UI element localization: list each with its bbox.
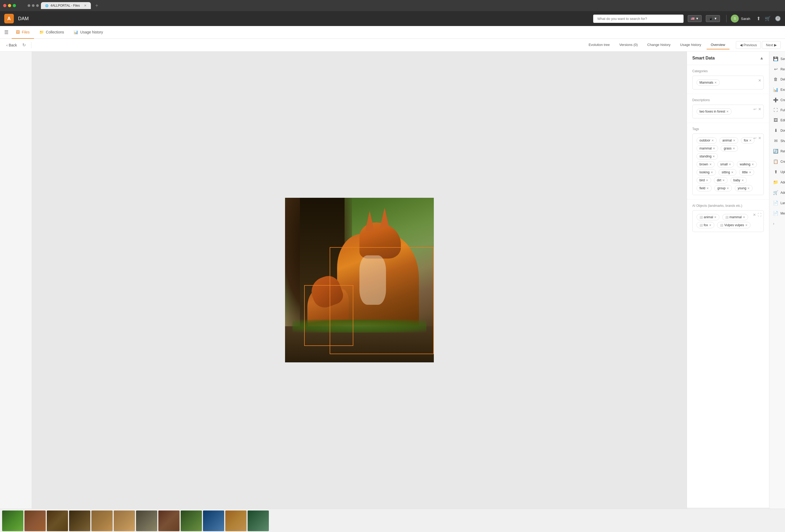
delete-action[interactable]: 🗑 Delete file	[769, 74, 785, 84]
upload-icon[interactable]: ⬆	[757, 16, 761, 22]
close-dot[interactable]	[3, 4, 6, 7]
download-action[interactable]: ⬇ Download	[769, 125, 785, 136]
browser-tab[interactable]: 🌐 4ALLPORTAL - Files ✕	[41, 2, 91, 9]
remove-group-icon[interactable]: ✕	[727, 187, 729, 190]
remove-sitting-icon[interactable]: ✕	[731, 171, 733, 174]
nav-collections[interactable]: 📁 Collections	[35, 26, 68, 39]
tab-overview[interactable]: Overview	[707, 41, 730, 49]
remove-dirt-icon[interactable]: ✕	[722, 179, 725, 182]
refresh-preview-action[interactable]: 🔄 Refresh pre...	[769, 146, 785, 156]
remove-mammals-icon[interactable]: ✕	[714, 81, 717, 84]
undo-description-icon[interactable]: ↩	[753, 107, 757, 111]
thumbnail-6[interactable]	[114, 510, 135, 531]
thumbnail-12[interactable]	[248, 510, 269, 531]
close-ai-icon[interactable]: ✕	[753, 213, 756, 217]
hamburger-icon[interactable]: ☰	[4, 29, 8, 35]
back-button[interactable]: ‹ Back	[4, 42, 19, 48]
description-tag: two foxes in forest ✕	[697, 108, 732, 115]
remove-animal-icon[interactable]: ✕	[733, 139, 735, 142]
excel-action[interactable]: 📊 Excel-Export (Selection)	[769, 84, 785, 95]
remove-bird-icon[interactable]: ✕	[706, 179, 708, 182]
remove-ai-animal-icon[interactable]: ✕	[714, 216, 716, 219]
remove-standing-icon[interactable]: ✕	[712, 155, 715, 158]
thumbnail-5[interactable]	[92, 510, 112, 531]
thumbnail-4[interactable]	[69, 510, 90, 531]
refresh-button[interactable]: ↻	[21, 42, 27, 49]
categories-container: Mammals ✕ ✕	[692, 76, 764, 89]
previous-button[interactable]: ◀ Previous	[736, 41, 761, 49]
clear-description-icon[interactable]: ✕	[758, 107, 761, 111]
nav-files[interactable]: 🖼 Files	[12, 26, 34, 39]
remove-baby-icon[interactable]: ✕	[741, 179, 744, 182]
nav-usage-history[interactable]: 📊 Usage history	[69, 26, 107, 39]
left-spacer	[0, 52, 32, 509]
remove-field-icon[interactable]: ✕	[706, 187, 709, 190]
thumbnail-10[interactable]	[203, 510, 224, 531]
remove-mammal-icon[interactable]: ✕	[713, 147, 715, 150]
thumbnail-1[interactable]	[2, 510, 23, 531]
remove-looking-icon[interactable]: ✕	[711, 171, 713, 174]
upload-version-label: Upload ver...	[781, 170, 785, 174]
remove-ai-fox-icon[interactable]: ✕	[709, 223, 711, 227]
expand-ai-icon[interactable]: ⛶	[758, 213, 761, 217]
tab-close-icon[interactable]: ✕	[84, 4, 86, 7]
remove-brown-icon[interactable]: ✕	[709, 163, 712, 166]
categories-section: Categories Mammals ✕ ✕	[687, 65, 769, 94]
share-email-action[interactable]: ✉ Share files email	[769, 136, 785, 146]
create-new-action[interactable]: ➕ Create new	[769, 95, 785, 105]
clear-categories-icon[interactable]: ✕	[758, 78, 761, 83]
tab-evolution-tree[interactable]: Evolution tree	[584, 41, 614, 49]
device-selector[interactable]: 📱 ▼	[706, 15, 720, 22]
remove-little-icon[interactable]: ✕	[749, 171, 751, 174]
clear-tags-icon[interactable]: ✕	[758, 136, 761, 140]
thumbnail-3[interactable]	[47, 510, 68, 531]
tag-mammal: mammal ✕	[697, 145, 718, 152]
large-pdf-action[interactable]: 📄 Large overv... PDF	[769, 198, 785, 208]
remove-young-icon[interactable]: ✕	[747, 187, 750, 190]
thumbnail-11[interactable]	[225, 510, 247, 531]
delete-label: Delete file	[781, 78, 785, 81]
expand-sidebar-icon: ›	[773, 221, 775, 225]
language-selector[interactable]: 🇺🇸 ▼	[688, 15, 702, 22]
thumbnail-2[interactable]	[24, 510, 46, 531]
reset-action[interactable]: ↩ Reset	[769, 64, 785, 74]
upload-version-action[interactable]: ⬆ Upload ver...	[769, 167, 785, 177]
remove-ai-mammal-icon[interactable]: ✕	[743, 216, 745, 219]
tab-usage-history[interactable]: Usage history	[676, 41, 705, 49]
undo-tags-icon[interactable]: ↩	[753, 136, 757, 140]
clock-icon[interactable]: 🕐	[775, 16, 781, 22]
toolbar-divider	[31, 42, 31, 48]
upload-version-icon: ⬆	[773, 169, 778, 175]
minimize-dot[interactable]	[8, 4, 11, 7]
tab-versions[interactable]: Versions (0)	[615, 41, 642, 49]
tab-change-history[interactable]: Change history	[643, 41, 675, 49]
remove-outdoor-icon[interactable]: ✕	[711, 139, 714, 142]
create-version-action[interactable]: 📋 Create vers...	[769, 156, 785, 167]
thumbnail-9[interactable]	[181, 510, 202, 531]
edit-picture-action[interactable]: 🖼 Edit picture	[769, 115, 785, 125]
ai-mammal-icon: ⬜	[725, 216, 728, 219]
add-cart-action[interactable]: 🛒 Add to shop cart	[769, 187, 785, 198]
remove-ai-vulpes-icon[interactable]: ✕	[745, 223, 748, 227]
edit-picture-icon: 🖼	[773, 118, 778, 123]
fullscreen-action[interactable]: ⛶ Full-screen	[769, 105, 785, 115]
remove-walking-icon[interactable]: ✕	[752, 163, 754, 166]
maximize-dot[interactable]	[13, 4, 16, 7]
remove-fox-icon[interactable]: ✕	[749, 139, 752, 142]
medium-pdf-action[interactable]: 📄 Medium ov...	[769, 208, 785, 218]
add-collection-action[interactable]: 📁 Add to colle...	[769, 177, 785, 187]
search-input[interactable]	[593, 15, 684, 23]
next-button[interactable]: Next ▶	[762, 41, 781, 49]
save-action[interactable]: 💾 Save	[769, 54, 785, 64]
remove-small-icon[interactable]: ✕	[729, 163, 731, 166]
cart-icon[interactable]: 🛒	[765, 16, 771, 22]
new-tab-icon[interactable]: +	[95, 3, 98, 9]
remove-description-icon[interactable]: ✕	[726, 110, 729, 113]
remove-grass-icon[interactable]: ✕	[733, 147, 735, 150]
window-controls	[3, 4, 16, 7]
thumbnail-8[interactable]	[158, 510, 180, 531]
scrollbar-track[interactable]	[767, 508, 769, 509]
expand-sidebar-button[interactable]: ›	[769, 218, 778, 229]
thumbnail-7[interactable]	[136, 510, 157, 531]
collapse-button[interactable]: ▲	[759, 56, 764, 60]
